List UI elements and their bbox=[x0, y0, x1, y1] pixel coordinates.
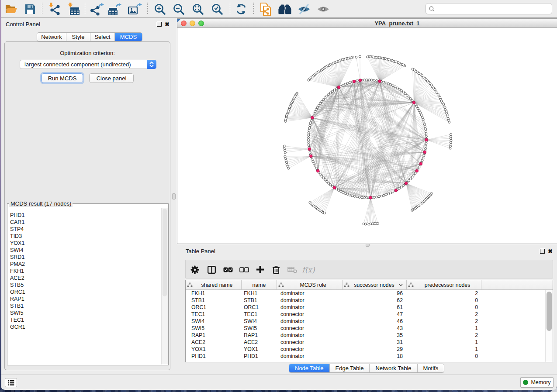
mcds-result-item[interactable]: TID3 bbox=[8, 233, 161, 240]
table-cell: 2 bbox=[407, 318, 481, 325]
table-cell: ACE2 bbox=[242, 339, 277, 346]
zoom-in-icon[interactable] bbox=[152, 2, 167, 16]
mcds-result-item[interactable]: STB5 bbox=[8, 282, 161, 289]
open-session-icon[interactable] bbox=[4, 2, 19, 16]
table-row[interactable]: ORC1ORC1dominator610 bbox=[186, 304, 553, 311]
table-cell: YOX1 bbox=[186, 346, 242, 353]
zoom-out-icon[interactable] bbox=[171, 2, 186, 16]
mcds-result-item[interactable]: STP4 bbox=[8, 226, 161, 233]
import-network-icon[interactable] bbox=[47, 2, 62, 16]
control-panel-tab[interactable]: Select bbox=[90, 33, 115, 41]
table-panel-tab[interactable]: Edge Table bbox=[330, 364, 370, 372]
column-header-label: successor nodes bbox=[349, 282, 399, 288]
close-panel-icon[interactable]: ✖ bbox=[165, 22, 170, 27]
table-panel-tab[interactable]: Node Table bbox=[289, 364, 330, 372]
table-row[interactable]: SWI4SWI4dominator462 bbox=[186, 318, 553, 325]
table-panel-tabs: Node TableEdge TableNetwork TableMotifs bbox=[289, 364, 444, 373]
hide-panel-icon[interactable] bbox=[297, 2, 311, 16]
show-panel-icon[interactable] bbox=[316, 2, 331, 16]
select-all-icon[interactable] bbox=[221, 263, 235, 276]
table-row[interactable]: RAP1RAP1dominator352 bbox=[186, 332, 553, 339]
table-row[interactable]: FKH1FKH1dominator962 bbox=[186, 290, 553, 297]
mcds-result-item[interactable]: YOX1 bbox=[8, 240, 161, 247]
mcds-result-item[interactable]: PHD1 bbox=[8, 212, 161, 219]
delete-row-icon[interactable] bbox=[270, 263, 283, 276]
table-panel-tab[interactable]: Network Table bbox=[370, 364, 417, 372]
column-header[interactable]: predecessor nodes bbox=[407, 280, 481, 289]
mcds-result-item[interactable]: GCR1 bbox=[8, 323, 161, 330]
memory-button[interactable]: Memory bbox=[520, 377, 554, 388]
network-window-titlebar[interactable]: YPA_prune.txt_1 bbox=[177, 19, 557, 28]
show-columns-icon[interactable] bbox=[205, 263, 218, 276]
column-header[interactable]: shared name bbox=[186, 280, 242, 289]
table-panel-tab[interactable]: Motifs bbox=[418, 364, 444, 372]
mcds-result-item[interactable]: ORC1 bbox=[8, 289, 161, 296]
mcds-result-item[interactable]: SWI4 bbox=[8, 247, 161, 254]
table-row[interactable]: PHD1PHD1dominator180 bbox=[186, 353, 553, 360]
mcds-result-item[interactable]: FKH1 bbox=[8, 268, 161, 275]
mcds-result-item[interactable]: SRD1 bbox=[8, 254, 161, 261]
run-mcds-button[interactable]: Run MCDS bbox=[42, 73, 83, 83]
close-panel-button[interactable]: Close panel bbox=[89, 73, 134, 83]
add-row-icon[interactable] bbox=[253, 263, 266, 276]
search-network-icon[interactable] bbox=[277, 2, 292, 16]
table-cell: ORC1 bbox=[186, 304, 242, 311]
control-panel-tab[interactable]: Network bbox=[37, 33, 66, 41]
window-minimize-icon[interactable] bbox=[190, 21, 195, 26]
table-cell: YOX1 bbox=[242, 346, 277, 353]
refresh-view-icon[interactable] bbox=[234, 2, 249, 16]
zoom-fit-icon[interactable] bbox=[190, 2, 205, 16]
function-builder-icon[interactable]: f(x) bbox=[302, 263, 315, 276]
table-cell: ORC1 bbox=[242, 304, 277, 311]
close-table-panel-icon[interactable]: ✖ bbox=[548, 249, 553, 254]
mcds-result-item[interactable]: TEC1 bbox=[8, 316, 161, 323]
mcds-result-item[interactable]: CAR1 bbox=[8, 219, 161, 226]
toolbar-separator bbox=[147, 3, 148, 15]
export-network-icon[interactable] bbox=[90, 2, 104, 16]
search-box[interactable] bbox=[426, 3, 552, 14]
clone-network-icon[interactable] bbox=[258, 2, 273, 16]
network-canvas[interactable] bbox=[177, 28, 557, 244]
import-table-icon[interactable] bbox=[66, 2, 81, 16]
window-maximize-icon[interactable] bbox=[198, 21, 204, 26]
control-panel-tab[interactable]: MCDS bbox=[115, 33, 142, 41]
mcds-result-item[interactable]: ACE2 bbox=[8, 275, 161, 282]
table-scrollbar[interactable] bbox=[545, 290, 553, 362]
table-row[interactable]: STB1STB1dominator620 bbox=[186, 297, 553, 304]
zoom-selected-icon[interactable] bbox=[210, 2, 225, 16]
float-table-panel-icon[interactable] bbox=[540, 249, 545, 254]
horizontal-splitter-handle[interactable] bbox=[366, 244, 370, 247]
save-session-icon[interactable] bbox=[23, 2, 38, 16]
vertical-splitter-handle[interactable] bbox=[172, 193, 176, 199]
criterion-dropdown[interactable]: largest connected component (undirected) bbox=[20, 60, 156, 69]
task-history-button[interactable] bbox=[5, 378, 17, 387]
mcds-list-scrollbar[interactable] bbox=[161, 208, 168, 364]
column-header[interactable]: successor nodes bbox=[343, 280, 407, 289]
float-panel-icon[interactable] bbox=[157, 22, 162, 27]
export-image-icon[interactable] bbox=[127, 2, 142, 16]
table-cell: connector bbox=[277, 346, 343, 353]
table-row[interactable]: SWI5SWI5connector431 bbox=[186, 325, 553, 332]
table-header-row: shared namenameMCDS rolesuccessor nodesp… bbox=[186, 280, 553, 290]
column-type-icon bbox=[278, 282, 284, 287]
table-row[interactable]: YOX1YOX1connector291 bbox=[186, 346, 553, 353]
window-close-icon[interactable] bbox=[181, 21, 187, 26]
mcds-result-item[interactable]: RAP1 bbox=[8, 296, 161, 303]
table-cell: dominator bbox=[277, 290, 343, 297]
table-row[interactable]: TEC1TEC1connector472 bbox=[186, 311, 553, 318]
mcds-result-item[interactable]: PMA2 bbox=[8, 261, 161, 268]
column-header[interactable]: MCDS role bbox=[277, 280, 343, 289]
table-cell: 1 bbox=[407, 325, 481, 332]
search-input[interactable] bbox=[435, 4, 552, 13]
export-table-icon[interactable] bbox=[107, 2, 122, 16]
table-row[interactable]: ACE2ACE2connector311 bbox=[186, 339, 553, 346]
unselect-all-icon[interactable] bbox=[238, 263, 251, 276]
column-type-icon bbox=[187, 282, 193, 287]
delete-table-icon[interactable] bbox=[286, 263, 299, 276]
mcds-result-item[interactable]: STB1 bbox=[8, 303, 161, 309]
settings-icon[interactable] bbox=[188, 263, 201, 276]
mcds-result-item[interactable]: SWI5 bbox=[8, 309, 161, 316]
table-cell: 96 bbox=[343, 290, 407, 297]
column-header[interactable]: name bbox=[242, 280, 277, 289]
control-panel-tab[interactable]: Style bbox=[66, 33, 90, 41]
